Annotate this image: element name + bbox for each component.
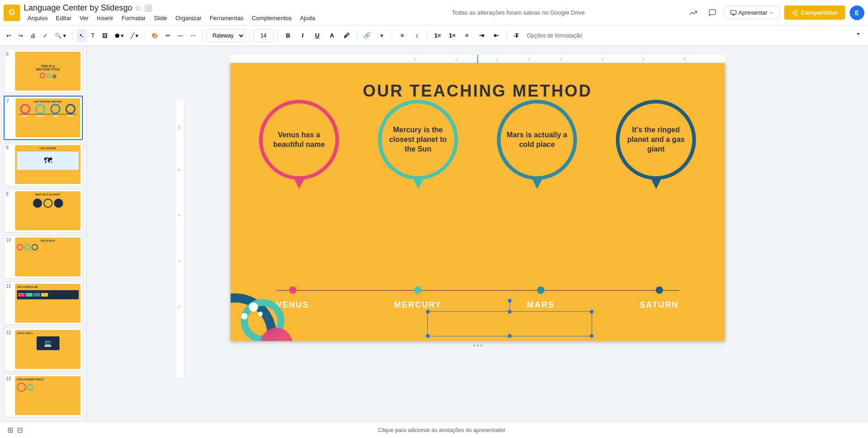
sep4 <box>249 30 249 41</box>
italic-btn[interactable]: I <box>296 29 309 42</box>
menu-inserir[interactable]: Inserir <box>93 14 117 22</box>
underline-btn[interactable]: U <box>311 29 323 42</box>
sel-handle-tr[interactable] <box>590 310 593 314</box>
slide-thumb-11[interactable]: 11 THE CURRICULUM <box>4 281 83 325</box>
scroll-indicator <box>473 345 482 346</box>
apresentar-button[interactable]: Apresentar <box>724 6 780 19</box>
comment-icon[interactable] <box>705 5 720 20</box>
menu-editar[interactable]: Editar <box>52 14 75 22</box>
sep2 <box>145 30 145 41</box>
image-btn[interactable]: 🖼 <box>99 29 110 42</box>
user-avatar[interactable]: E <box>850 5 864 20</box>
bubble-saturn-text: It's the ringed planet and a gas giant <box>620 121 692 158</box>
svg-line-4 <box>794 11 796 12</box>
selection-box[interactable] <box>427 311 592 336</box>
numberedlist-btn[interactable]: 1≡ <box>431 29 444 42</box>
slide-thumb-10[interactable]: 10 THE SCHOOL <box>4 235 83 279</box>
deco-bottom-left <box>231 261 308 341</box>
mars-timeline: MARS <box>527 287 555 310</box>
menu-ferramentas[interactable]: Ferramentas <box>206 14 247 22</box>
list-view-btn[interactable]: ⊟ <box>17 426 23 434</box>
outdent-btn[interactable]: ⇤ <box>490 29 502 42</box>
menu-formatar[interactable]: Formatar <box>118 14 150 22</box>
line-btn[interactable]: ╱ ▾ <box>128 29 141 42</box>
bordercolor-btn[interactable]: ✏ <box>163 29 173 42</box>
borderweight-btn[interactable]: — <box>175 29 186 42</box>
highlight-btn[interactable]: 🖊 <box>340 29 353 42</box>
saturn-label: SATURN <box>640 300 679 310</box>
svg-text:5: 5 <box>177 306 181 308</box>
slide-thumb-13[interactable]: 13 OUR ACADEMIC AREAS <box>4 374 83 417</box>
compartilhar-button[interactable]: Compartilhar <box>784 5 845 20</box>
thumb-img-13: OUR ACADEMIC AREAS <box>15 376 81 415</box>
indent-btn[interactable]: ⇥ <box>475 29 488 42</box>
sep9 <box>506 30 507 41</box>
bold-btn[interactable]: B <box>281 29 294 42</box>
slide-thumb-8[interactable]: 8 OUR CENTERS 🗺 <box>4 143 83 186</box>
sel-handle-tl[interactable] <box>426 310 430 314</box>
svg-text:6: 6 <box>684 57 686 61</box>
sep7 <box>392 30 392 41</box>
align-btn[interactable]: ≡ <box>396 29 409 42</box>
star-icon[interactable]: ☆ <box>135 4 141 12</box>
slide-thumb-7[interactable]: 7 OUR TEACHING METHOD VENUS MERCURY MARS <box>4 96 83 140</box>
grid-view-btn[interactable]: ⊞ <box>7 426 13 434</box>
menu-complementos[interactable]: Complementos <box>248 14 295 22</box>
insert-btn[interactable]: + <box>375 29 388 42</box>
sel-handle-tm[interactable] <box>508 310 512 314</box>
slide-title: OUR TEACHING METHOD <box>231 63 725 101</box>
collapse-toolbar-btn[interactable]: ⌃ <box>852 29 864 42</box>
slide-thumb-6[interactable]: 6 THIS IS ASECTION TITLE <box>4 49 83 93</box>
menu-slide[interactable]: Slide <box>150 14 171 22</box>
numberedlist2-btn[interactable]: 1≡ <box>446 29 458 42</box>
menu-arquivo[interactable]: Arquivo <box>24 14 51 22</box>
thumb-number-10: 10 <box>6 238 12 243</box>
spellcheck-btn[interactable]: ✓ <box>40 29 50 42</box>
link-btn[interactable]: 🔗 <box>361 29 373 42</box>
ruler: 3 -2 -1 1 2 3 4 5 6 <box>231 55 725 63</box>
vertical-ruler: 01 9 2 4 5 <box>176 100 184 378</box>
redo-btn[interactable]: ↪ <box>16 29 26 42</box>
menu-ajuda[interactable]: Ajuda <box>297 14 319 22</box>
svg-line-3 <box>794 13 796 14</box>
sel-handle-br[interactable] <box>590 334 593 338</box>
textcolor-btn[interactable]: A <box>325 29 338 42</box>
bubble-saturn-wrap: It's the ringed planet and a gas giant <box>610 100 702 180</box>
drive-icon[interactable]: ⬜ <box>144 4 152 11</box>
menu-ver[interactable]: Ver <box>76 14 92 22</box>
venus-dot <box>289 287 297 294</box>
textbox-btn[interactable]: T <box>88 29 97 42</box>
thumb-img-8: OUR CENTERS 🗺 <box>15 145 81 184</box>
sel-handle-bm[interactable] <box>508 334 512 338</box>
fillcolor-btn[interactable]: 🎨 <box>149 29 161 42</box>
clear-format-btn[interactable]: T̶ <box>510 29 523 42</box>
font-size-input[interactable] <box>253 29 274 42</box>
slide-canvas[interactable]: OUR TEACHING METHOD Venus has a beautifu… <box>231 63 725 341</box>
cursor-btn[interactable]: ↖ <box>76 29 86 42</box>
doc-title-text: Language Center by Slidesgo <box>24 3 132 13</box>
slide-thumb-12[interactable]: 12 OUR E-TOOLS 💻 <box>4 328 83 371</box>
borderdash-btn[interactable]: ⋯ <box>188 29 199 42</box>
svg-rect-0 <box>731 10 736 14</box>
thumb-number-13: 13 <box>6 376 12 381</box>
font-select[interactable]: Raleway <box>206 29 245 42</box>
app-logo: G <box>4 5 20 21</box>
bulletlist-btn[interactable]: ≡ <box>460 29 473 42</box>
scroll-dot-3 <box>480 345 482 346</box>
sel-anchor-dot[interactable] <box>508 299 512 303</box>
svg-text:4: 4 <box>177 260 181 262</box>
shapes-btn[interactable]: ⬟ ▾ <box>112 29 126 42</box>
svg-text:01: 01 <box>177 125 181 130</box>
undo-btn[interactable]: ↩ <box>4 29 14 42</box>
slide-thumb-9[interactable]: 9 WHAT SETS US APART <box>4 189 83 233</box>
top-right-buttons: Apresentar Compartilhar E <box>686 5 865 20</box>
svg-text:3: 3 <box>414 57 416 61</box>
trending-icon[interactable] <box>686 5 701 20</box>
zoom-btn[interactable]: 🔍 ▾ <box>52 29 69 42</box>
spacing-btn[interactable]: ↕ <box>410 29 423 42</box>
print-btn[interactable]: 🖨 <box>27 29 38 42</box>
thumb-img-9: WHAT SETS US APART <box>15 191 81 230</box>
bubble-mercury-wrap: Mercury is the closest planet to the Sun <box>372 100 464 180</box>
sel-handle-bl[interactable] <box>426 334 430 338</box>
menu-organizar[interactable]: Organizar <box>172 14 205 22</box>
